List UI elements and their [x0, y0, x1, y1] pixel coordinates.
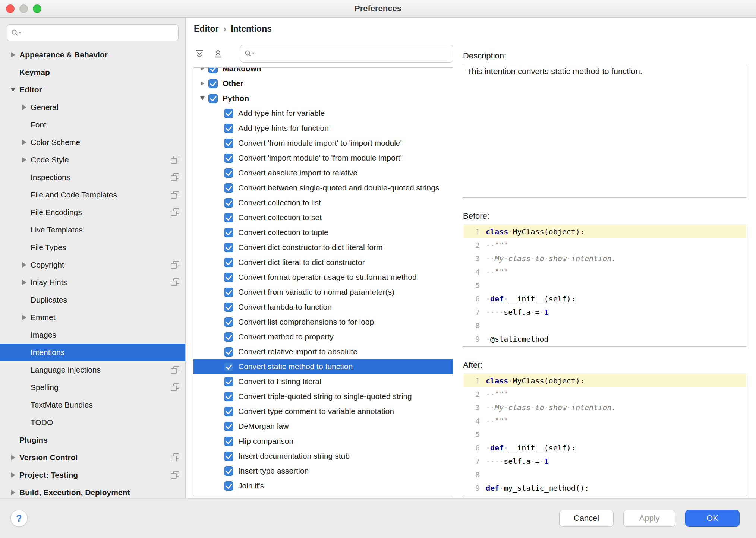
chevron-collapsed-icon[interactable] — [7, 484, 19, 498]
sidebar-item-file-and-code-templates[interactable]: File and Code Templates — [0, 186, 185, 203]
help-button[interactable]: ? — [10, 510, 28, 527]
zoom-window-button[interactable] — [33, 4, 41, 13]
chevron-collapsed-icon[interactable] — [7, 46, 19, 63]
sidebar-item-build-execution-deployment[interactable]: Build, Execution, Deployment — [0, 484, 185, 498]
intention-item-convert-triple-quoted-string-to-single-quoted-string[interactable]: Convert triple-quoted string to single-q… — [193, 389, 453, 404]
intention-checkbox[interactable] — [224, 288, 233, 297]
intention-item-convert-between-single-quoted-and-double-quoted-strings[interactable]: Convert between single-quoted and double… — [193, 180, 453, 195]
intention-item-convert-from-module-import-to-import-module[interactable]: Convert 'from module import' to 'import … — [193, 136, 453, 151]
intention-item-convert-format-operator-usage-to-str-format-method[interactable]: Convert format operator usage to str.for… — [193, 270, 453, 285]
settings-search-input[interactable] — [24, 28, 174, 38]
intention-item-add-type-hints-for-function[interactable]: Add type hints for function — [193, 121, 453, 136]
sidebar-item-live-templates[interactable]: Live Templates — [0, 221, 185, 238]
sidebar-item-textmate-bundles[interactable]: TextMate Bundles — [0, 396, 185, 414]
close-window-button[interactable] — [6, 4, 15, 13]
intention-item-convert-static-method-to-function[interactable]: Convert static method to function — [193, 359, 453, 374]
intention-item-demorgan-law[interactable]: DeMorgan law — [193, 419, 453, 434]
intention-checkbox[interactable] — [224, 407, 233, 416]
intention-item-insert-documentation-string-stub[interactable]: Insert documentation string stub — [193, 449, 453, 463]
sidebar-item-inspections[interactable]: Inspections — [0, 168, 185, 186]
intention-item-convert-method-to-property[interactable]: Convert method to property — [193, 329, 453, 344]
intention-item-convert-from-variadic-to-normal-parameter-s[interactable]: Convert from variadic to normal paramete… — [193, 285, 453, 300]
minimize-window-button[interactable] — [19, 4, 28, 13]
settings-search-box[interactable] — [7, 24, 179, 41]
intention-checkbox[interactable] — [224, 124, 233, 133]
intention-checkbox[interactable] — [224, 303, 233, 312]
sidebar-item-keymap[interactable]: Keymap — [0, 63, 185, 81]
intention-item-convert-absolute-import-to-relative[interactable]: Convert absolute import to relative — [193, 165, 453, 180]
sidebar-item-intentions[interactable]: Intentions — [0, 344, 185, 361]
intention-checkbox[interactable] — [224, 347, 233, 357]
intention-checkbox[interactable] — [224, 422, 233, 431]
intention-checkbox[interactable] — [224, 392, 233, 401]
breadcrumb-parent[interactable]: Editor — [194, 24, 218, 34]
sidebar-item-editor[interactable]: Editor — [0, 81, 185, 98]
intention-checkbox[interactable] — [224, 273, 233, 282]
sidebar-item-images[interactable]: Images — [0, 326, 185, 344]
intention-checkbox[interactable] — [224, 452, 233, 461]
intention-checkbox[interactable] — [224, 332, 233, 342]
intention-checkbox[interactable] — [224, 243, 233, 252]
intention-item-convert-collection-to-list[interactable]: Convert collection to list — [193, 195, 453, 210]
chevron-expanded-icon[interactable] — [7, 81, 19, 98]
intention-item-join-if-s[interactable]: Join if's — [193, 478, 453, 493]
sidebar-item-copyright[interactable]: Copyright — [0, 256, 185, 273]
sidebar-item-appearance-behavior[interactable]: Appearance & Behavior — [0, 46, 185, 63]
chevron-collapsed-icon[interactable] — [18, 273, 31, 291]
sidebar-item-language-injections[interactable]: Language Injections — [0, 361, 185, 379]
intention-checkbox[interactable] — [224, 481, 233, 491]
cancel-button[interactable]: Cancel — [559, 510, 614, 527]
intention-checkbox[interactable] — [224, 154, 233, 163]
sidebar-item-inlay-hints[interactable]: Inlay Hints — [0, 273, 185, 291]
sidebar-item-code-style[interactable]: Code Style — [0, 151, 185, 168]
intention-item-convert-import-module-to-from-module-import[interactable]: Convert 'import module' to 'from module … — [193, 151, 453, 165]
chevron-collapsed-icon[interactable] — [18, 151, 31, 168]
apply-button[interactable]: Apply — [623, 510, 675, 527]
chevron-collapsed-icon[interactable] — [18, 133, 31, 151]
chevron-expanded-icon[interactable] — [196, 91, 208, 106]
intention-checkbox[interactable] — [224, 317, 233, 327]
sidebar-item-color-scheme[interactable]: Color Scheme — [0, 133, 185, 151]
sidebar-item-project-testing[interactable]: Project: Testing — [0, 466, 185, 484]
intention-checkbox[interactable] — [224, 198, 233, 208]
intentions-search-box[interactable] — [240, 45, 453, 63]
intention-checkbox[interactable] — [224, 139, 233, 148]
sidebar-item-duplicates[interactable]: Duplicates — [0, 291, 185, 308]
intention-checkbox[interactable] — [224, 168, 233, 178]
sidebar-item-file-encodings[interactable]: File Encodings — [0, 203, 185, 221]
intention-checkbox[interactable] — [208, 67, 218, 73]
intention-group-python[interactable]: Python — [193, 91, 453, 106]
sidebar-item-font[interactable]: Font — [0, 116, 185, 133]
chevron-collapsed-icon[interactable] — [7, 449, 19, 466]
intention-checkbox[interactable] — [224, 183, 233, 193]
intention-item-convert-lambda-to-function[interactable]: Convert lambda to function — [193, 300, 453, 314]
sidebar-item-todo[interactable]: TODO — [0, 414, 185, 431]
collapse-all-icon[interactable] — [212, 47, 224, 60]
intention-item-add-type-hint-for-variable[interactable]: Add type hint for variable — [193, 106, 453, 121]
intention-checkbox[interactable] — [208, 94, 218, 103]
intention-group-other[interactable]: Other — [193, 76, 453, 91]
intentions-search-input[interactable] — [258, 49, 449, 58]
intention-item-convert-collection-to-set[interactable]: Convert collection to set — [193, 210, 453, 225]
intention-item-convert-collection-to-tuple[interactable]: Convert collection to tuple — [193, 225, 453, 240]
intention-checkbox[interactable] — [224, 109, 233, 118]
intention-item-flip-comparison[interactable]: Flip comparison — [193, 434, 453, 449]
sidebar-item-plugins[interactable]: Plugins — [0, 431, 185, 449]
intention-item-convert-list-comprehensions-to-for-loop[interactable]: Convert list comprehensions to for loop — [193, 314, 453, 329]
sidebar-item-version-control[interactable]: Version Control — [0, 449, 185, 466]
intention-item-convert-dict-literal-to-dict-constructor[interactable]: Convert dict literal to dict constructor — [193, 255, 453, 270]
ok-button[interactable]: OK — [685, 510, 740, 527]
intention-item-convert-to-f-string-literal[interactable]: Convert to f-string literal — [193, 374, 453, 389]
sidebar-item-file-types[interactable]: File Types — [0, 238, 185, 256]
intention-item-convert-relative-import-to-absolute[interactable]: Convert relative import to absolute — [193, 344, 453, 359]
intention-group-markdown[interactable]: Markdown — [193, 67, 453, 76]
intention-checkbox[interactable] — [224, 466, 233, 476]
sidebar-item-emmet[interactable]: Emmet — [0, 308, 185, 326]
intention-checkbox[interactable] — [224, 213, 233, 222]
sidebar-item-spelling[interactable]: Spelling — [0, 379, 185, 396]
intention-checkbox[interactable] — [224, 258, 233, 267]
chevron-collapsed-icon[interactable] — [196, 67, 208, 76]
intention-item-convert-type-comment-to-variable-annotation[interactable]: Convert type comment to variable annotat… — [193, 404, 453, 419]
intention-checkbox[interactable] — [224, 377, 233, 386]
expand-all-icon[interactable] — [193, 47, 206, 60]
